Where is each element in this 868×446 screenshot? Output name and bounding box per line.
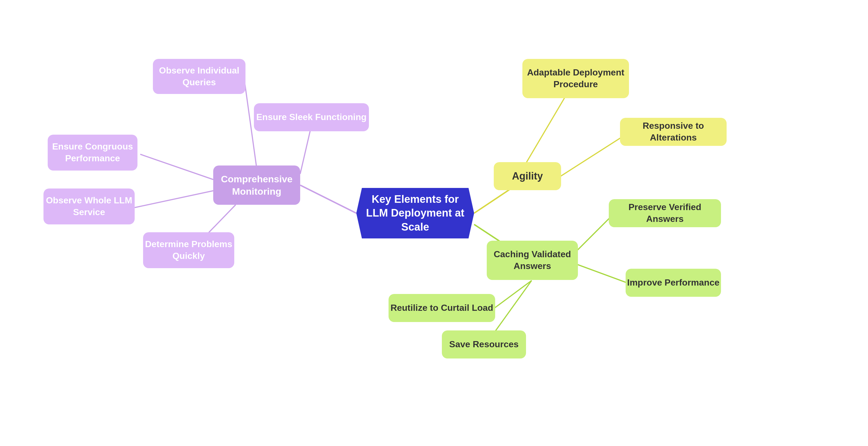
node-improve-performance: Improve Performance [626, 269, 721, 297]
svg-line-11 [575, 264, 628, 283]
node-ensure-sleek: Ensure Sleek Functioning [254, 103, 369, 131]
node-observe-individual: Observe IndividualQueries [153, 59, 246, 94]
node-comprehensive-monitoring: Comprehensive Monitoring [213, 165, 300, 205]
node-observe-whole: Observe Whole LLMService [43, 189, 135, 224]
node-responsive: Responsive to Alterations [620, 118, 726, 146]
svg-line-5 [140, 154, 213, 180]
svg-line-0 [300, 185, 356, 213]
node-reutilize: Reutilize to Curtail Load [389, 294, 495, 322]
node-save-resources: Save Resources [442, 330, 526, 358]
svg-line-6 [135, 191, 213, 208]
center-node: Key Elements for LLM Deployment at Scale [356, 188, 474, 238]
node-adaptable-deployment: Adaptable DeploymentProcedure [522, 59, 629, 98]
node-preserve-verified: Preserve Verified Answers [609, 199, 721, 227]
svg-line-10 [575, 216, 612, 252]
node-agility: Agility [494, 162, 561, 190]
svg-line-9 [556, 135, 626, 180]
node-caching-validated: Caching ValidatedAnswers [487, 241, 578, 280]
svg-line-12 [494, 281, 532, 309]
node-determine-problems: Determine ProblemsQuickly [143, 232, 234, 268]
node-ensure-congruous: Ensure CongruousPerformance [48, 135, 137, 170]
